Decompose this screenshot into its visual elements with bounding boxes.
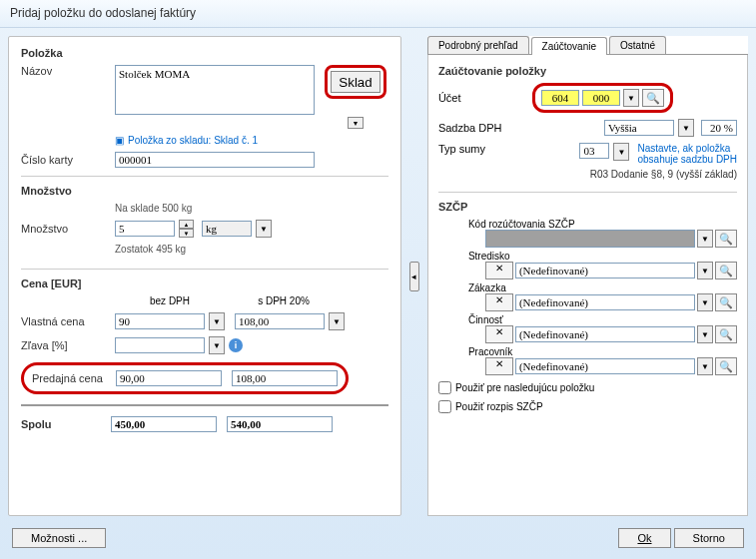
typ-note3: R03 Dodanie §8, 9 (vyšší základ): [438, 169, 737, 180]
info-icon[interactable]: i: [229, 338, 243, 352]
sadzba-label: Sadzba DPH: [438, 122, 528, 134]
left-panel: Položka Názov Stolček MOMA Sklad ▼ ▣ Pol…: [8, 36, 401, 516]
zakazka-label: Zákazka: [468, 282, 737, 293]
vlastna-s-dd[interactable]: ▼: [329, 312, 345, 330]
typ-dd[interactable]: ▼: [613, 143, 629, 161]
cislo-input[interactable]: [115, 152, 315, 168]
cinnost-clear[interactable]: ✕: [485, 325, 513, 343]
ucet-dd[interactable]: ▼: [623, 89, 639, 107]
spolu-label: Spolu: [21, 418, 111, 430]
kod-input[interactable]: [485, 230, 695, 248]
typ-label: Typ sumy: [438, 143, 528, 155]
collapse-handle[interactable]: ◂: [409, 262, 419, 291]
storno-button[interactable]: Storno: [674, 528, 744, 548]
ucet-lookup-icon[interactable]: 🔍: [642, 89, 664, 107]
sklad-link[interactable]: Položka zo skladu: Sklad č. 1: [128, 135, 258, 146]
vlastna-bez-dd[interactable]: ▼: [209, 312, 225, 330]
zakazka-dd[interactable]: ▼: [697, 293, 713, 311]
predaj-s-input[interactable]: [232, 370, 338, 386]
ok-button[interactable]: Ok: [618, 528, 670, 548]
sadzba-dd[interactable]: ▼: [678, 119, 694, 137]
chk2-label: Použiť rozpis SZČP: [455, 401, 543, 412]
titlebar: Pridaj položku do odoslanej faktúry: [0, 0, 756, 28]
zlava-input[interactable]: [115, 337, 205, 353]
stredisko-clear[interactable]: ✕: [485, 262, 513, 280]
typ-note2[interactable]: obsahuje sadzbu DPH: [637, 154, 737, 165]
stredisko-select[interactable]: [515, 263, 695, 279]
chk1-label: Použiť pre nasledujúcu položku: [455, 382, 594, 393]
cinnost-label: Činnosť: [468, 314, 737, 325]
cena-legend: Cena [EUR]: [21, 278, 388, 295]
zakazka-select[interactable]: [515, 294, 695, 310]
kod-label: Kód rozúčtovania SZČP: [468, 219, 737, 230]
stredisko-label: Stredisko: [468, 251, 737, 262]
vlastna-bez-input[interactable]: [115, 313, 205, 329]
cislo-label: Číslo karty: [21, 154, 111, 166]
mnozstvo-spinner[interactable]: ▲▼: [179, 220, 194, 238]
pracovnik-select[interactable]: [515, 358, 695, 374]
typ-note1[interactable]: Nastavte, ak položka: [637, 143, 737, 154]
polozka-legend: Položka: [21, 47, 388, 65]
spolu-s: [227, 416, 333, 432]
tab-prehlad[interactable]: Podrobný prehľad: [427, 36, 529, 54]
pracovnik-clear[interactable]: ✕: [485, 357, 513, 375]
spolu-bez: [111, 416, 217, 432]
cinnost-select[interactable]: [515, 326, 695, 342]
pracovnik-label: Pracovník: [468, 346, 737, 357]
cinnost-lookup-icon[interactable]: 🔍: [715, 325, 737, 343]
s-dph-header: s DPH 20%: [229, 295, 339, 306]
section-polozka: Položka Názov Stolček MOMA Sklad ▼ ▣ Pol…: [21, 47, 388, 168]
chk-nasledujuca[interactable]: [438, 381, 451, 394]
tab-ostatne[interactable]: Ostatné: [609, 36, 666, 54]
kod-lookup-icon[interactable]: 🔍: [715, 230, 737, 248]
bez-dph-header: bez DPH: [115, 295, 225, 306]
chk-rozpis[interactable]: [438, 400, 451, 413]
section-mnozstvo: Množstvo Na sklade 500 kg Množstvo ▲▼ ▼ …: [21, 176, 388, 261]
vlastna-label: Vlastná cena: [21, 315, 111, 327]
dropdown-toggle[interactable]: ▼: [348, 117, 364, 129]
mnozstvo-label: Množstvo: [21, 223, 111, 235]
section-cena: Cena [EUR] bez DPH s DPH 20% Vlastná cen…: [21, 269, 388, 432]
sadzba-pct: [701, 120, 737, 136]
unit-dropdown[interactable]: ▼: [256, 220, 272, 238]
mnozstvo-input[interactable]: [115, 221, 175, 237]
right-panel: Podrobný prehľad Zaúčtovanie Ostatné Zaú…: [427, 36, 748, 516]
cinnost-dd[interactable]: ▼: [697, 325, 713, 343]
pracovnik-dd[interactable]: ▼: [697, 357, 713, 375]
zakazka-lookup-icon[interactable]: 🔍: [715, 293, 737, 311]
nazov-input[interactable]: Stolček MOMA: [115, 65, 315, 115]
pracovnik-lookup-icon[interactable]: 🔍: [715, 357, 737, 375]
kod-dd[interactable]: ▼: [697, 230, 713, 248]
mnozstvo-legend: Množstvo: [21, 185, 388, 203]
zakazka-clear[interactable]: ✕: [485, 293, 513, 311]
na-sklade-text: Na sklade 500 kg: [115, 203, 192, 214]
stredisko-lookup-icon[interactable]: 🔍: [715, 262, 737, 280]
sklad-button[interactable]: Sklad: [331, 71, 380, 93]
tab-zauctovanie[interactable]: Zaúčtovanie: [531, 37, 607, 55]
zlava-label: Zľava [%]: [21, 339, 111, 351]
typ-select[interactable]: [579, 143, 609, 159]
predaj-bez-input[interactable]: [116, 370, 222, 386]
ucet-a-input[interactable]: [541, 90, 579, 106]
sadzba-select[interactable]: [604, 120, 674, 136]
zlava-dd[interactable]: ▼: [209, 336, 225, 354]
stredisko-dd[interactable]: ▼: [697, 262, 713, 280]
unit-display: [202, 221, 252, 237]
window-title: Pridaj položku do odoslanej faktúry: [10, 6, 196, 20]
nazov-label: Názov: [21, 65, 111, 77]
vlastna-s-input[interactable]: [235, 313, 325, 329]
ucet-label: Účet: [438, 92, 528, 104]
szcp-legend: SZČP: [438, 201, 737, 219]
moznosti-button[interactable]: Možnosti ...: [12, 528, 106, 548]
zauc-legend: Zaúčtovanie položky: [438, 65, 737, 83]
predaj-label: Predajná cena: [32, 372, 116, 384]
zostatok-text: Zostatok 495 kg: [115, 244, 186, 255]
ucet-b-input[interactable]: [582, 90, 620, 106]
